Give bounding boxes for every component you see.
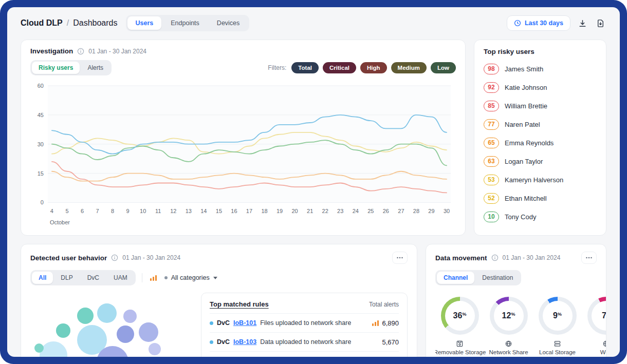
risky-user-row[interactable]: 85William Brettie: [484, 97, 597, 115]
bubble[interactable]: [97, 303, 117, 323]
severity-filters: Filters: TotalCriticalHighMediumLow: [268, 62, 456, 73]
risky-user-row[interactable]: 92Katie Johnson: [484, 78, 597, 97]
user-name: William Brettie: [505, 102, 547, 110]
top-matched-rules-card: Top matched rules Total alerts DvCIoB-10…: [201, 293, 408, 357]
tab-risky-users[interactable]: Risky users: [32, 62, 80, 74]
donut-label: Removable Storage: [435, 349, 486, 355]
rules-list: DvCIoB-101Files uploaded to network shar…: [210, 313, 399, 357]
risk-score-badge: 53: [484, 175, 499, 185]
data-movement-date-range: 01 Jan - 30 Jan 2024: [503, 254, 561, 261]
donut-center: 36%: [445, 301, 475, 331]
tab-devices[interactable]: Devices: [209, 16, 248, 30]
risky-user-row[interactable]: 98James Smith: [484, 60, 597, 78]
donut-label: Local Storage: [539, 349, 576, 355]
filter-low[interactable]: Low: [431, 62, 456, 73]
risky-user-row[interactable]: 52Ethan Mitchell: [484, 189, 597, 207]
info-icon: [491, 254, 499, 261]
data-movement-panel: Data movement 01 Jan - 30 Jan 2024 Chann…: [426, 244, 606, 357]
tab-users[interactable]: Users: [127, 16, 162, 30]
categories-dropdown[interactable]: All categories: [164, 274, 217, 281]
breadcrumb: Cloud DLP/Dashboards: [21, 18, 118, 28]
chart-type-button[interactable]: [149, 274, 158, 282]
rule-link[interactable]: IoB-103: [233, 338, 256, 346]
svg-text:30: 30: [38, 141, 44, 147]
clock-icon: [514, 20, 521, 27]
total-alerts-column-header: Total alerts: [369, 301, 399, 308]
tab-channel[interactable]: Channel: [437, 272, 474, 284]
data-movement-menu-button[interactable]: [581, 252, 597, 264]
rule-description: Data uploaded to network share: [260, 338, 351, 346]
risky-user-row[interactable]: 10Tony Cody: [484, 207, 597, 226]
download-icon: [578, 19, 587, 28]
bullet-icon: [164, 276, 168, 279]
bubble[interactable]: [56, 323, 70, 338]
svg-text:24: 24: [353, 208, 359, 214]
svg-text:7: 7: [96, 208, 99, 214]
svg-text:15: 15: [38, 170, 44, 177]
filter-total[interactable]: Total: [291, 62, 319, 73]
bubble[interactable]: [123, 310, 137, 323]
svg-text:28: 28: [413, 208, 419, 214]
svg-text:22: 22: [322, 208, 328, 214]
bubble[interactable]: [139, 322, 158, 342]
page-title: Dashboards: [73, 18, 117, 27]
donut-value: 7: [602, 311, 606, 320]
filter-high[interactable]: High: [360, 62, 387, 73]
data-movement-header: Data movement 01 Jan - 30 Jan 2024: [435, 252, 597, 264]
svg-text:10: 10: [140, 208, 146, 214]
rules-header: Top matched rules Total alerts: [210, 299, 399, 313]
filter-critical[interactable]: Critical: [323, 62, 356, 73]
bubble[interactable]: [149, 343, 161, 355]
bubble[interactable]: [34, 343, 44, 353]
behavior-menu-button[interactable]: [392, 252, 408, 264]
donut-label: Web: [600, 349, 606, 355]
svg-text:9: 9: [126, 208, 130, 214]
svg-text:5: 5: [65, 208, 68, 214]
risky-user-row[interactable]: 63Logan Taylor: [484, 152, 597, 170]
tab-dvc[interactable]: DvC: [81, 272, 106, 284]
donut-ring: 9%: [539, 297, 577, 335]
export-report-button[interactable]: [595, 17, 606, 29]
svg-text:21: 21: [307, 208, 313, 214]
svg-text:18: 18: [261, 208, 267, 214]
bubble[interactable]: [77, 308, 94, 324]
tab-destination[interactable]: Destination: [475, 272, 520, 284]
tab-endpoints[interactable]: Endpoints: [162, 16, 208, 30]
filters-label: Filters:: [268, 64, 286, 71]
bubble[interactable]: [40, 341, 67, 357]
risk-score-badge: 85: [484, 101, 499, 111]
filter-medium[interactable]: Medium: [391, 62, 427, 73]
donut-center: 12%: [494, 301, 524, 331]
investigation-controls: Risky usersAlerts Filters: TotalCritical…: [30, 60, 456, 75]
bar-chart-icon: [150, 275, 157, 281]
risky-user-row[interactable]: 53Kameryn Halverson: [484, 170, 597, 189]
risk-trend-svg: 0153045604567891011121314151617181920212…: [30, 80, 456, 227]
rule-row: UAMIoB-311Data downloaded to local drive…: [210, 351, 399, 357]
risky-user-row[interactable]: 77Naren Patel: [484, 115, 597, 133]
rules-title: Top matched rules: [210, 300, 269, 308]
detected-behavior-date-range: 01 Jan - 30 Jan 2024: [122, 254, 180, 261]
rule-link[interactable]: IoB-101: [233, 319, 256, 327]
download-button[interactable]: [577, 17, 588, 29]
info-icon: [111, 254, 118, 261]
svg-text:11: 11: [155, 208, 161, 214]
top-risky-users-title: Top risky users: [484, 48, 597, 55]
topbar-actions: Last 30 days: [507, 15, 606, 31]
tab-all[interactable]: All: [32, 272, 53, 284]
tab-dlp[interactable]: DLP: [54, 272, 79, 284]
date-range-button[interactable]: Last 30 days: [507, 15, 570, 31]
tab-uam[interactable]: UAM: [107, 272, 134, 284]
behavior-source-tabs: AllDLPDvCUAM: [30, 270, 136, 285]
bubble[interactable]: [117, 325, 134, 343]
risky-user-row[interactable]: 65Emma Reynolds: [484, 133, 597, 152]
risk-score-badge: 98: [484, 64, 499, 74]
donut-removable-storage: 36%Removable Storage: [435, 297, 484, 355]
behavior-body: Top matched rules Total alerts DvCIoB-10…: [30, 293, 408, 357]
investigation-date-range: 01 Jan - 30 Jan 2024: [88, 48, 146, 55]
top-grid: Investigation 01 Jan - 30 Jan 2024 Risky…: [7, 40, 620, 236]
header-tabs: UsersEndpointsDevices: [126, 15, 250, 31]
tab-alerts[interactable]: Alerts: [81, 62, 110, 74]
topbar: Cloud DLP/Dashboards UsersEndpointsDevic…: [7, 7, 620, 36]
risk-score-badge: 92: [484, 82, 499, 93]
rule-total-alerts: 5,670: [382, 338, 399, 346]
